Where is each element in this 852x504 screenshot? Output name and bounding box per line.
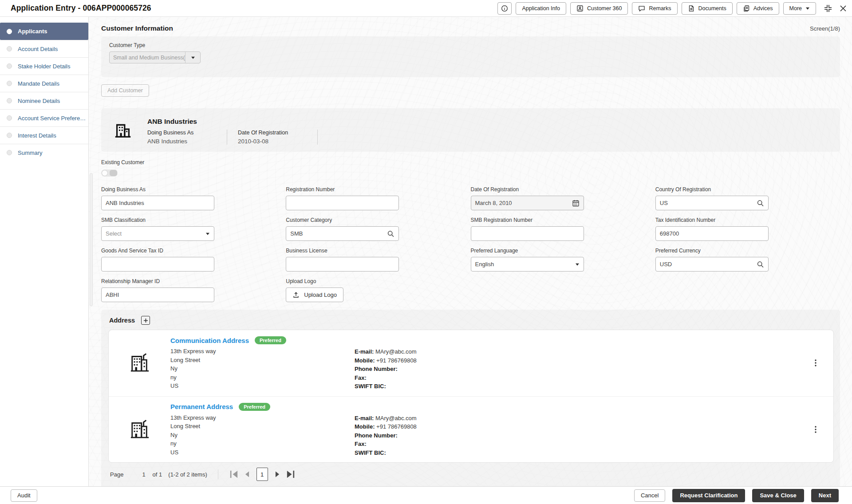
contact-row: Fax:	[355, 374, 417, 382]
field-value: SMB	[290, 230, 303, 237]
current-page-button[interactable]: 1	[256, 468, 268, 481]
last-page-icon[interactable]	[284, 469, 297, 480]
search-icon[interactable]	[757, 199, 764, 207]
company-building-icon	[113, 120, 133, 140]
request-clarification-button[interactable]: Request Clarification	[672, 489, 745, 502]
address-entry-communication-address: Communication AddressPreferred13th Expre…	[109, 330, 833, 396]
toggle-dot	[102, 170, 107, 176]
date-of-registration-input[interactable]: March 8, 2010	[471, 196, 584, 210]
address-line: 13th Express way	[170, 347, 355, 356]
customer-360-button[interactable]: Customer 360	[570, 2, 628, 15]
sidebar-item-label: Stake Holder Details	[18, 63, 71, 70]
document-icon	[688, 5, 695, 12]
country-of-registration-input[interactable]: US	[655, 196, 769, 210]
sidebar-item-label: Account Details	[18, 46, 58, 52]
caret-down-icon[interactable]	[575, 262, 580, 267]
search-icon[interactable]	[757, 260, 764, 268]
close-icon[interactable]	[839, 4, 848, 13]
doing-business-as-input[interactable]: ANB Industries	[101, 196, 214, 210]
collapse-icon[interactable]	[824, 4, 832, 13]
address-line: US	[170, 448, 355, 457]
more-button[interactable]: More	[783, 2, 816, 15]
sidebar-item-applicants[interactable]: Applicants	[0, 23, 88, 40]
advices-button[interactable]: Advices	[737, 2, 779, 15]
documents-button[interactable]: Documents	[682, 2, 733, 15]
form-field-registration-number: Registration Number	[286, 186, 470, 211]
form-field-preferred-language: Preferred LanguageEnglish	[471, 248, 655, 272]
step-dot	[7, 115, 12, 121]
field-label: Tax Identification Number	[655, 217, 840, 223]
sidebar-item-mandate-details[interactable]: Mandate Details	[0, 75, 88, 92]
address-title: Address	[109, 317, 135, 324]
field-value: Select	[106, 230, 122, 237]
add-address-button[interactable]	[141, 316, 150, 325]
upload-button-label: Upload Logo	[304, 291, 337, 298]
customer-type-select[interactable]: Small and Medium Business(S	[109, 51, 201, 63]
caret-down-icon[interactable]	[205, 232, 210, 236]
field-value: 698700	[660, 230, 679, 237]
search-icon[interactable]	[387, 230, 394, 237]
audit-button[interactable]: Audit	[11, 489, 37, 502]
customer-summary-card: ANB Industries Doing Business AsANB Indu…	[101, 108, 840, 152]
sidebar-item-account-service-prefere[interactable]: Account Service Prefere…	[0, 109, 88, 126]
summary-field: Date Of Registration2010-03-08	[238, 130, 318, 145]
sidebar-item-stake-holder-details[interactable]: Stake Holder Details	[0, 57, 88, 75]
contact-row: Mobile: +91 786769808	[355, 356, 417, 365]
address-line: ny	[170, 373, 355, 382]
add-customer-button[interactable]: Add Customer	[101, 84, 149, 97]
first-page-icon[interactable]	[227, 469, 241, 480]
page-value: 1	[142, 471, 145, 478]
toolbar-buttons: Application InfoCustomer 360RemarksDocum…	[516, 2, 779, 15]
sidebar-item-label: Mandate Details	[18, 80, 59, 87]
toggle-knob	[110, 170, 117, 176]
smb-classification-input[interactable]: Select	[101, 226, 214, 241]
smb-registration-number-input[interactable]	[471, 226, 584, 241]
registration-number-input[interactable]	[286, 196, 399, 210]
preferred-language-input[interactable]: English	[471, 257, 584, 272]
application-info-button[interactable]: Application Info	[516, 2, 566, 15]
cancel-button[interactable]: Cancel	[634, 489, 665, 502]
sidebar-item-summary[interactable]: Summary	[0, 144, 88, 161]
field-value: English	[475, 261, 494, 268]
business-license-input[interactable]	[286, 257, 399, 272]
field-label: Business License	[286, 248, 470, 254]
pagination-divider	[218, 469, 218, 479]
address-entry-title[interactable]: Permanent Address	[170, 403, 233, 410]
address-contact: E-mail: MAry@abc.comMobile: +91 78676980…	[355, 413, 417, 457]
remarks-button[interactable]: Remarks	[632, 2, 677, 15]
contact-label: Phone Number:	[355, 432, 398, 439]
existing-customer-toggle[interactable]	[101, 169, 118, 177]
address-menu-icon[interactable]	[812, 358, 819, 367]
calendar-icon[interactable]	[572, 199, 580, 207]
wizard-sidebar: ApplicantsAccount DetailsStake Holder De…	[0, 17, 89, 486]
previous-page-icon[interactable]	[241, 469, 254, 480]
next-page-icon[interactable]	[271, 469, 284, 480]
upload-logo-button[interactable]: Upload Logo	[286, 287, 343, 302]
preferred-currency-input[interactable]: USD	[655, 257, 769, 272]
button-label: Advices	[753, 5, 773, 12]
sidebar-item-nominee-details[interactable]: Nominee Details	[0, 92, 88, 109]
step-dot	[7, 29, 12, 34]
address-menu-icon[interactable]	[812, 425, 819, 434]
field-value: USD	[660, 261, 672, 268]
application-info-icon-button[interactable]	[497, 2, 512, 15]
address-line: US	[170, 382, 355, 390]
address-lines: 13th Express wayLong StreetNynyUS	[170, 347, 355, 391]
next-button[interactable]: Next	[811, 489, 839, 502]
sidebar-item-interest-details[interactable]: Interest Details	[0, 126, 88, 144]
customer-category-input[interactable]: SMB	[286, 226, 399, 241]
contact-row: Phone Number:	[355, 365, 417, 374]
save-and-close-button[interactable]: Save & Close	[752, 489, 804, 502]
goods-and-service-tax-id-input[interactable]	[101, 257, 214, 272]
tax-identification-number-input[interactable]: 698700	[655, 226, 769, 241]
field-label: Upload Logo	[286, 278, 470, 284]
field-label: Date Of Registration	[471, 186, 655, 193]
address-entry-title[interactable]: Communication Address	[170, 337, 249, 344]
field-label: Goods And Service Tax ID	[101, 248, 286, 254]
form-field-doing-business-as: Doing Business AsANB Industries	[101, 186, 286, 211]
address-line: 13th Express way	[170, 413, 355, 422]
field-label: SMB Classification	[101, 217, 286, 223]
field-value: ANB Industries	[106, 200, 144, 206]
relationship-manager-id-input[interactable]: ABHI	[101, 287, 214, 302]
sidebar-item-account-details[interactable]: Account Details	[0, 40, 88, 57]
